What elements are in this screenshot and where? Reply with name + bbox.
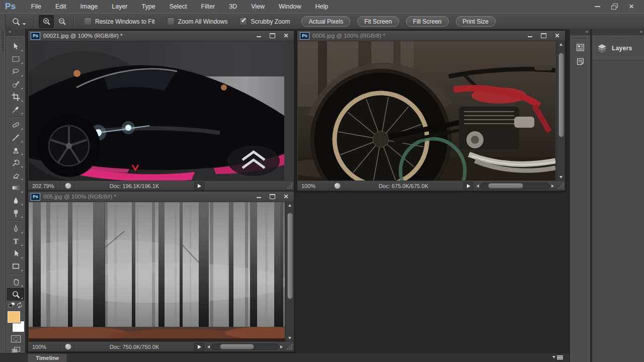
swap-colors-icon[interactable] <box>16 302 23 311</box>
vertical-scrollbar[interactable] <box>556 41 565 180</box>
window-resize-grip[interactable] <box>557 182 565 190</box>
status-popup-icon[interactable] <box>61 182 75 190</box>
zoom-tool[interactable] <box>7 288 24 301</box>
dock-grip[interactable] <box>612 37 625 39</box>
doc-maximize-button[interactable] <box>266 193 279 201</box>
default-colors-icon[interactable] <box>8 302 16 311</box>
print-size-button[interactable]: Print Size <box>456 16 496 27</box>
zoom-level-field[interactable]: 202.79% <box>28 183 60 189</box>
status-popup-icon[interactable] <box>330 182 344 190</box>
scroll-down-icon[interactable] <box>557 174 565 180</box>
menu-edit[interactable]: Edit <box>48 0 73 13</box>
hand-tool[interactable] <box>7 276 24 288</box>
doc-minimize-button[interactable] <box>252 193 266 201</box>
zoom-in-button[interactable] <box>39 15 54 28</box>
dock-edge-strip[interactable] <box>0 29 6 353</box>
foggy-forest-image[interactable] <box>29 202 285 341</box>
vertical-scrollbar[interactable] <box>285 202 294 341</box>
document-window-forest[interactable]: Ps 005.jpg @ 100% (RGB/8#) * ✕ <box>28 191 294 352</box>
scroll-left-icon[interactable] <box>206 345 211 348</box>
dodge-tool[interactable] <box>7 207 24 219</box>
checked-checkbox-icon[interactable] <box>239 18 247 25</box>
scroll-right-icon[interactable] <box>550 185 555 188</box>
menu-image[interactable]: Image <box>73 0 105 13</box>
vertical-scroll-thumb[interactable] <box>287 213 293 300</box>
app-minimize-button[interactable] <box>589 2 606 12</box>
crop-tool[interactable] <box>7 90 24 103</box>
eyedropper-tool[interactable] <box>7 103 24 116</box>
scroll-down-icon[interactable] <box>286 335 294 341</box>
status-popup-icon[interactable] <box>61 343 75 350</box>
menu-layer[interactable]: Layer <box>105 0 134 13</box>
doc-maximize-button[interactable] <box>266 32 279 40</box>
brush-tool[interactable] <box>7 131 24 144</box>
document-window-motorcycle[interactable]: Ps 0006.jpg @ 100% (RGB/8) * ✕ <box>297 30 566 191</box>
doc-title-bar[interactable]: Ps 005.jpg @ 100% (RGB/8#) * ✕ <box>28 192 294 202</box>
window-resize-grip[interactable] <box>286 182 294 190</box>
background-color-swatch[interactable] <box>13 321 24 332</box>
zoom-level-field[interactable]: 100% <box>297 183 330 189</box>
zoom-level-field[interactable]: 100% <box>28 344 60 350</box>
horizontal-scrollbar[interactable] <box>475 183 555 189</box>
menu-select[interactable]: Select <box>163 0 194 13</box>
current-tool-zoom-icon[interactable] <box>12 17 26 26</box>
dock-collapse-icon[interactable]: « <box>570 29 590 35</box>
toolbox-collapse-icon[interactable]: » <box>6 29 25 36</box>
options-bar-grip[interactable] <box>0 14 6 29</box>
blur-tool[interactable] <box>7 194 24 207</box>
scroll-up-icon[interactable] <box>557 41 565 48</box>
type-tool[interactable]: T <box>7 235 24 247</box>
notes-panel-icon[interactable] <box>573 55 587 67</box>
info-panel-icon[interactable] <box>573 41 587 53</box>
menu-type[interactable]: Type <box>135 0 163 13</box>
canvas-area[interactable] <box>28 41 294 180</box>
scroll-up-icon[interactable] <box>286 202 294 209</box>
horizontal-scrollbar[interactable] <box>206 343 284 350</box>
path-selection-tool[interactable] <box>7 247 24 260</box>
fill-screen-button[interactable]: Fill Screen <box>406 16 449 27</box>
horizontal-scroll-thumb[interactable] <box>220 344 254 349</box>
app-restore-button[interactable] <box>606 2 623 12</box>
zoom-out-button[interactable] <box>55 16 69 28</box>
menu-file[interactable]: File <box>24 0 48 13</box>
unchecked-checkbox-icon[interactable] <box>167 18 175 25</box>
menu-filter[interactable]: Filter <box>194 0 222 13</box>
toolbox-grip[interactable] <box>10 37 21 40</box>
doc-maximize-button[interactable] <box>537 32 550 40</box>
panel-menu-icon[interactable] <box>552 355 563 359</box>
status-menu-arrow[interactable] <box>194 182 204 190</box>
scroll-left-icon[interactable] <box>475 185 480 188</box>
window-resize-grip[interactable] <box>286 343 294 351</box>
checkbox-zoom-all-windows[interactable]: Zoom All Windows <box>167 18 228 25</box>
canvas-area[interactable] <box>297 41 565 180</box>
status-menu-arrow[interactable] <box>463 182 473 190</box>
doc-minimize-button[interactable] <box>252 32 266 40</box>
checkbox-resize-windows-to-fit[interactable]: Resize Windows to Fit <box>84 18 155 25</box>
eraser-tool[interactable] <box>7 169 24 182</box>
menu-window[interactable]: Window <box>272 0 308 13</box>
layers-panel-tab[interactable]: Layers <box>592 40 644 56</box>
doc-title-bar[interactable]: Ps 0006.jpg @ 100% (RGB/8) * ✕ <box>297 31 565 41</box>
history-brush-tool[interactable] <box>7 156 24 169</box>
pen-tool[interactable] <box>7 222 24 235</box>
dock-grip[interactable] <box>574 37 587 39</box>
quick-selection-tool[interactable] <box>7 78 24 90</box>
rectangular-marquee-tool[interactable] <box>7 53 24 65</box>
spot-healing-brush-tool[interactable] <box>7 119 24 131</box>
sports-car-image[interactable] <box>29 41 284 180</box>
app-close-button[interactable]: ✕ <box>623 2 640 12</box>
motorcycle-image[interactable] <box>298 41 555 180</box>
vertical-scroll-thumb[interactable] <box>558 53 564 137</box>
checkbox-scrubby-zoom[interactable]: Scrubby Zoom <box>239 18 290 25</box>
gradient-tool[interactable] <box>7 182 24 194</box>
horizontal-scroll-thumb[interactable] <box>488 183 523 189</box>
timeline-tab[interactable]: Timeline <box>28 353 67 362</box>
canvas-area[interactable] <box>28 202 294 341</box>
doc-minimize-button[interactable] <box>523 32 537 40</box>
menu-help[interactable]: Help <box>308 0 336 13</box>
move-tool[interactable] <box>7 40 24 53</box>
rectangle-tool[interactable] <box>7 260 24 273</box>
actual-pixels-button[interactable]: Actual Pixels <box>301 16 350 27</box>
doc-close-button[interactable]: ✕ <box>550 32 564 40</box>
doc-title-bar[interactable]: Ps 00021.jpg @ 100% (RGB/8#) * ✕ <box>28 31 294 41</box>
